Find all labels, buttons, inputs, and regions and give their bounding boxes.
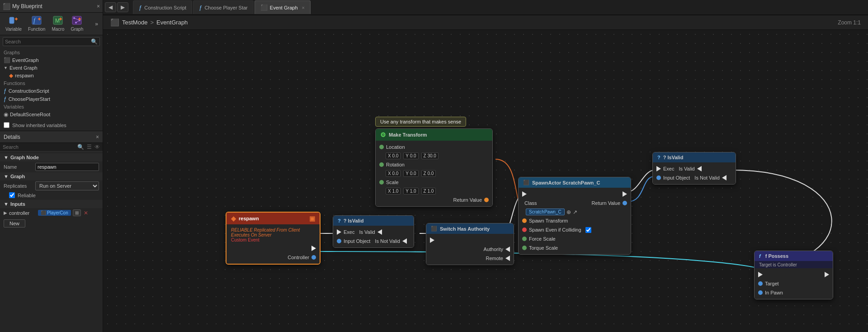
scale-z-value[interactable]: Z 1.0 xyxy=(421,188,436,194)
rot-z-value[interactable]: Z 0.0 xyxy=(421,170,436,177)
respawn-custom-event: Custom Event xyxy=(231,237,315,242)
event-graph-tab-close[interactable]: × xyxy=(302,5,305,10)
possess-target-pin xyxy=(758,281,763,286)
spawn-colliding-checkbox[interactable] xyxy=(585,227,591,233)
input-delete-button[interactable]: ✕ xyxy=(83,210,89,216)
tree-item-event-graph[interactable]: ⬛ EventGraph xyxy=(0,56,103,64)
make-transform-body: Location X 0.0 Y 0.0 Z 30.0 Rotation xyxy=(376,141,492,206)
spawn-title: SpawnActor ScratchPawn_C xyxy=(532,180,600,185)
controller-input-row: ▶ controller ⬛ PlayerCon ⊞ ✕ xyxy=(0,208,103,218)
isvalid2-inputobj-pin xyxy=(656,175,661,180)
authority-pin xyxy=(505,247,510,252)
scale-x-value[interactable]: X 1.0 xyxy=(386,188,401,194)
add-function-button[interactable]: f Function xyxy=(25,14,48,33)
breadcrumb-icon: ⬛ xyxy=(110,18,119,27)
scale-y-value[interactable]: Y 1.0 xyxy=(403,188,418,194)
possess-header: f f Possess xyxy=(755,251,833,261)
inputs-section-header[interactable]: ▼ Inputs xyxy=(0,200,103,208)
spawn-torque-scale-label: Torque Scale xyxy=(529,245,558,251)
input-play-icon[interactable]: ▶ xyxy=(4,210,7,215)
tree-item-construction-script[interactable]: ƒ ConstructionScript xyxy=(0,87,103,95)
reliable-row: Reliable xyxy=(0,191,103,199)
rotation-values-row: X 0.0 Y 0.0 Z 0.0 xyxy=(376,169,492,178)
choose-player-star-tab-icon: ƒ xyxy=(199,4,202,11)
show-inherited-checkbox[interactable] xyxy=(4,122,9,128)
rot-y-value[interactable]: Y 0.0 xyxy=(403,170,418,177)
nav-arrows: ◀ ▶ xyxy=(105,2,128,12)
respawn-body: RELIABLE Replicated From Client Executes… xyxy=(226,224,320,264)
details-search-input[interactable] xyxy=(0,143,75,151)
variable-label: Variable xyxy=(5,27,22,32)
tree-item-event-graph-group[interactable]: ▼ Event Graph xyxy=(0,64,103,71)
spawn-return-pin xyxy=(623,201,627,205)
function-label: Function xyxy=(28,27,45,32)
class-label: Class xyxy=(524,200,537,206)
respawn-subtitle-text: RELIABLE Replicated From Client xyxy=(231,228,315,232)
spawn-force-scale-label: Force Scale xyxy=(529,236,556,242)
blueprint-toolbar: Variable f Function M Macro Graph » xyxy=(0,13,103,35)
possess-body: Target In Pawn xyxy=(755,268,833,299)
reliable-checkbox[interactable] xyxy=(9,192,15,198)
loc-y-value[interactable]: Y 0.0 xyxy=(403,152,418,159)
tab-event-graph[interactable]: ⬛ Event Graph × xyxy=(255,0,311,14)
tab-construction-script[interactable]: ƒ Construction Script xyxy=(133,0,192,14)
remote-pin xyxy=(505,256,510,261)
replicates-row: Replicates Run on Server Not Replicated … xyxy=(0,180,103,191)
isvalid1-notvalid-label: Is Not Valid xyxy=(375,238,400,244)
default-scene-root-icon: ◉ xyxy=(4,111,8,118)
construction-script-icon: ƒ xyxy=(4,88,7,94)
replicates-select[interactable]: Run on Server Not Replicated Multicast R… xyxy=(35,181,99,190)
respawn-title: respawn xyxy=(239,216,259,221)
input-grid-button[interactable]: ⊞ xyxy=(73,209,81,216)
player-controller-type-button[interactable]: ⬛ PlayerCon xyxy=(38,210,71,216)
details-close-button[interactable]: × xyxy=(96,134,99,140)
tree-item-respawn[interactable]: ◆ respawn xyxy=(0,71,103,80)
add-graph-button[interactable]: Graph xyxy=(68,14,86,33)
possess-f-icon: f xyxy=(759,253,761,259)
respawn-line2: Executes On Server xyxy=(231,232,315,237)
search-icon: 🔍 xyxy=(89,38,99,45)
blueprint-search-input[interactable] xyxy=(3,38,89,46)
breadcrumb-root[interactable]: TestMode xyxy=(122,19,147,26)
tree-item-choose-player-start[interactable]: ƒ ChoosePlayerStart xyxy=(0,95,103,103)
list-view-icon[interactable]: ☰ xyxy=(86,143,93,151)
possess-node: f f Possess Target is Controller Target xyxy=(754,251,833,299)
loc-x-value[interactable]: X 0.0 xyxy=(386,152,401,159)
loc-z-value[interactable]: Z 30.0 xyxy=(421,152,439,159)
nav-forward-button[interactable]: ▶ xyxy=(117,2,128,12)
isvalid1-input-obj-label: Input Object xyxy=(344,238,370,244)
toolbar-expand-button[interactable]: » xyxy=(93,19,100,29)
name-input[interactable] xyxy=(35,163,99,171)
spawn-torque-scale-pin xyxy=(522,246,527,250)
panel-title: ⬛ My Blueprint xyxy=(3,3,42,10)
spawn-colliding-label: Spawn Even if Colliding xyxy=(529,227,581,232)
event-graph-group-label: Event Graph xyxy=(9,65,38,71)
panel-close-button[interactable]: × xyxy=(97,3,100,9)
spawn-header: ⬛ SpawnActor ScratchPawn_C xyxy=(519,177,631,188)
graph-section-label: Graph xyxy=(10,174,25,179)
spawn-class-arrow-icon[interactable]: ↗ xyxy=(573,209,577,215)
add-variable-button[interactable]: Variable xyxy=(3,14,24,33)
tree-item-default-scene-root[interactable]: ◉ DefaultSceneRoot xyxy=(0,110,103,119)
panel-title-text: My Blueprint xyxy=(12,3,42,9)
add-macro-button[interactable]: M Macro xyxy=(49,14,67,33)
possess-exec-row xyxy=(755,270,833,279)
expand-triangle-icon: ▼ xyxy=(4,66,8,70)
spawn-body: Class Return Value ScratchPawn_C ⊕ ↗ Spa… xyxy=(519,188,631,254)
eye-icon[interactable]: 👁 xyxy=(94,143,101,151)
rot-x-value[interactable]: X 0.0 xyxy=(386,170,401,177)
graph-section-header[interactable]: ▼ Graph xyxy=(0,172,103,180)
search-icon-small[interactable]: 🔍 xyxy=(76,143,85,151)
isvalid2-isvalid-pin xyxy=(697,166,702,171)
spawn-class-browse-icon[interactable]: ⊕ xyxy=(566,209,571,215)
breadcrumb-current: EventGraph xyxy=(156,19,188,26)
nav-back-button[interactable]: ◀ xyxy=(105,2,116,12)
isvalid1-isvalid-pin xyxy=(377,229,382,235)
graph-node-section-header[interactable]: ▼ Graph Node xyxy=(0,153,103,161)
scratch-pawn-value[interactable]: ScratchPawn_C xyxy=(526,209,565,215)
authority-label: Authority xyxy=(484,247,503,252)
controller-pin xyxy=(311,255,316,260)
graph-canvas[interactable]: Use any transform that makes sense ⚙ Mak… xyxy=(103,30,868,332)
tab-choose-player-star[interactable]: ƒ Choose Player Star xyxy=(193,0,254,14)
new-input-button[interactable]: New xyxy=(4,219,25,228)
